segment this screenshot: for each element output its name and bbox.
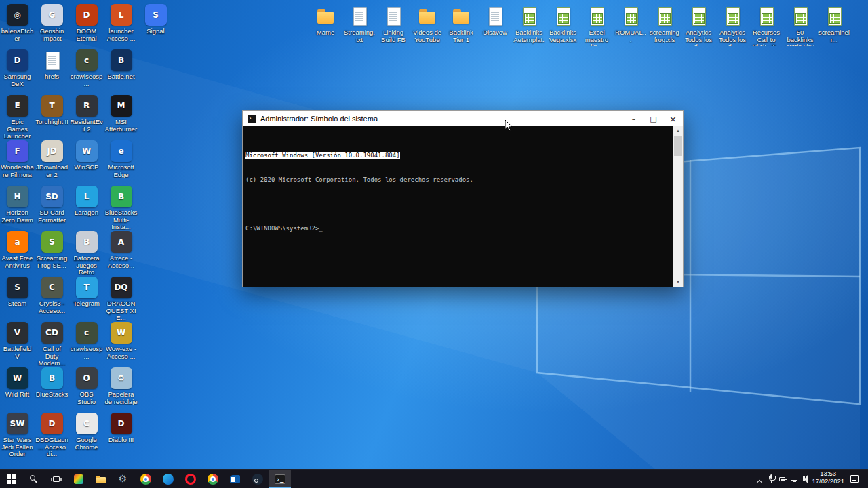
desktop-icon[interactable]: L Laragon [69, 184, 104, 230]
desktop-icon[interactable]: Linking Build FB [376, 4, 410, 46]
scroll-thumb[interactable] [674, 136, 682, 156]
desktop-icon[interactable]: hrefs [35, 48, 69, 94]
desktop-icon[interactable]: DQ DRAGON QUEST XI E... [104, 275, 138, 321]
tray-icon-button[interactable] [800, 470, 812, 488]
console-line [245, 201, 673, 207]
desktop-icon[interactable]: Backlinks Vega.xlsx [546, 4, 580, 46]
desktop-icon[interactable]: D Diablo III [104, 411, 138, 457]
desktop-icon[interactable]: SW Star Wars Jedi Fallen Order [0, 411, 35, 457]
taskbar-clock[interactable]: 13:53 17/02/2021 [812, 470, 844, 488]
minimize-button[interactable]: – [624, 111, 644, 126]
taskbar-button[interactable] [201, 470, 224, 488]
desktop-icon-image [416, 5, 438, 27]
desktop-icon[interactable]: S Signal [138, 3, 173, 48]
desktop-icon[interactable]: screaminelr... [817, 4, 851, 46]
scroll-down-arrow[interactable]: ▼ [673, 277, 683, 287]
close-button[interactable]: × [663, 111, 683, 126]
desktop-icon[interactable]: G Genshin Impact [35, 3, 69, 48]
taskbar-button[interactable] [246, 470, 269, 488]
desktop-icon[interactable]: ROMUAL... [614, 4, 648, 46]
console-area[interactable]: Microsoft Windows [Versión 10.0.19041.80… [243, 126, 683, 287]
desktop-icon[interactable]: Backlinks Aetemplat... [512, 4, 546, 46]
taskbar-button[interactable] [157, 470, 179, 488]
desktop-icon[interactable]: Disavow [478, 4, 512, 46]
desktop-icon[interactable]: JD JDownloader 2 [35, 139, 69, 184]
desktop-icon[interactable]: D DBDGLaun... Acceso di... [35, 411, 69, 457]
taskbar-button[interactable] [0, 470, 22, 488]
desktop-icon[interactable]: B BlueStacks [35, 366, 69, 411]
desktop-icon[interactable]: screaming frog.xls [648, 4, 682, 46]
desktop-icon[interactable]: W Wow-exe - Acceso ... [104, 321, 138, 366]
desktop-icon[interactable]: SD SD Card Formatter [35, 184, 69, 230]
icon-glyph: L [119, 11, 124, 19]
desktop-icon[interactable]: ♻ Papelera de reciclaje [104, 366, 138, 411]
desktop-icon[interactable]: ◎ balenaEtcher [0, 3, 35, 48]
taskbar-button[interactable] [90, 470, 112, 488]
desktop-icon[interactable]: W Wild Rift [0, 366, 35, 411]
desktop-icon[interactable]: Excel maestro lin... [580, 4, 614, 46]
desktop-icon[interactable]: V Battlefield V [0, 321, 35, 366]
desktop-icon[interactable]: E Epic Games Launcher [0, 94, 35, 139]
taskbar-button[interactable] [112, 470, 134, 488]
desktop-icon[interactable]: 50 backlinks gratis.xlsx [783, 4, 817, 46]
taskbar-icon [229, 472, 242, 486]
desktop-icon[interactable]: e Microsoft Edge [104, 139, 138, 184]
action-center-icon[interactable] [844, 470, 865, 488]
desktop-icon[interactable]: M MSI Afterburner [104, 94, 138, 139]
show-desktop-strip[interactable] [865, 470, 868, 488]
desktop-icon[interactable]: B Batocera Juegos Retro [69, 230, 104, 275]
tray-icon-button[interactable] [777, 470, 789, 488]
icon-glyph: A [118, 238, 124, 246]
tray-icon-button[interactable] [789, 470, 800, 488]
taskbar-button[interactable] [224, 470, 246, 488]
desktop-icon[interactable]: Recursos Call to Click - T... [749, 4, 783, 46]
desktop-icon-label: Wow-exe - Acceso ... [104, 346, 138, 360]
desktop-icon[interactable]: c crawlseosp... [69, 321, 104, 366]
desktop-icon[interactable]: S Screaming Frog SE... [35, 230, 69, 275]
desktop-icon[interactable]: W WinSCP [69, 139, 104, 184]
desktop-icon[interactable]: A Afrece - Acceso... [104, 230, 138, 275]
desktop-icon[interactable]: B Battle.net [104, 48, 138, 94]
desktop-icon[interactable]: D DOOM Eternal [69, 3, 104, 48]
desktop-icon-label: ROMUAL... [614, 29, 648, 43]
taskbar-icon [206, 472, 220, 486]
desktop-icon[interactable]: T Telegram [69, 275, 104, 321]
desktop-icon[interactable]: C Google Chrome [69, 411, 104, 457]
window-titlebar[interactable]: Administrador: Símbolo del sistema – □ × [243, 111, 683, 126]
desktop-icon[interactable]: c crawlseosp... [69, 48, 104, 94]
taskbar-button[interactable] [269, 470, 291, 488]
desktop-icon[interactable]: Analytics Todos los d... [682, 4, 715, 46]
scroll-up-arrow[interactable]: ▲ [673, 126, 683, 136]
console-scrollbar[interactable]: ▲ ▼ [673, 126, 683, 287]
desktop-icon[interactable]: T Torchlight II [35, 94, 69, 139]
desktop-icon[interactable]: Streaming.txt [342, 4, 376, 46]
desktop-icon[interactable]: B BlueStacks Multi-Insta... [104, 184, 138, 230]
desktop-icon[interactable]: R ResidentEvil 2 [69, 94, 104, 139]
desktop-icon[interactable]: Mame [309, 4, 342, 46]
tray-icon-button[interactable] [766, 470, 777, 488]
desktop-icon[interactable]: O OBS Studio [69, 366, 104, 411]
desktop-icon[interactable]: Videos de YouTube [410, 4, 444, 46]
desktop-icon[interactable]: F Wondershare Filmora [0, 139, 35, 184]
desktop-icon-image: B [111, 186, 132, 207]
desktop-icon[interactable]: Analytics Todos los d... [715, 4, 749, 46]
desktop-icon[interactable]: a Avast Free Antivirus [0, 230, 35, 275]
taskbar-button[interactable] [179, 470, 201, 488]
desktop-icon-grid-left: ◎ balenaEtcher D Samsung DeX E Epic Game… [0, 3, 173, 457]
desktop-icon[interactable]: Backlink Tier 1 [444, 4, 478, 46]
desktop-icon[interactable]: CD Call of Duty Modern... [35, 321, 69, 366]
taskbar-button[interactable] [134, 470, 157, 488]
desktop-icon[interactable]: S Steam [0, 275, 35, 321]
taskbar-button[interactable] [45, 470, 67, 488]
desktop-icon[interactable]: L launcher Acceso ... [104, 3, 138, 48]
maximize-button[interactable]: □ [644, 111, 663, 126]
taskbar-button[interactable] [22, 470, 45, 488]
desktop-icon[interactable]: D Samsung DeX [0, 48, 35, 94]
desktop-icon[interactable]: H Horizon Zero Dawn [0, 184, 35, 230]
desktop-icon-label: Microsoft Edge [104, 164, 138, 178]
hidden-icons-chevron-icon[interactable] [753, 470, 766, 488]
tray-icons [766, 470, 812, 488]
desktop-icon[interactable]: C Crysis3 - Acceso... [35, 275, 69, 321]
taskbar-button[interactable] [67, 470, 90, 488]
tray-icon [777, 470, 789, 488]
